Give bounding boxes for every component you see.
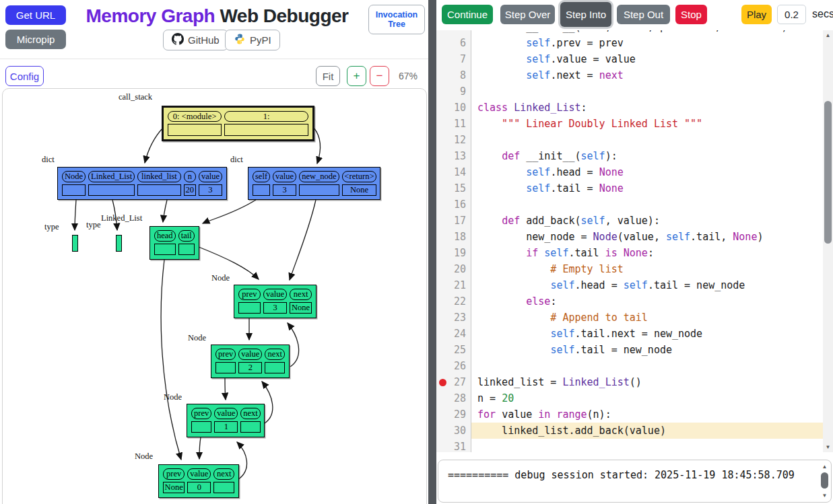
- title-accent: Memory Graph: [86, 5, 215, 26]
- gutter-cell[interactable]: 21: [436, 277, 471, 293]
- gutter-cell[interactable]: 25: [436, 342, 471, 358]
- gutter-cell[interactable]: 6: [436, 35, 471, 51]
- module-dict-node-col-1: Linked_List: [88, 171, 135, 196]
- pypi-link-button[interactable]: PyPI: [225, 30, 280, 50]
- stop-button[interactable]: Stop: [675, 5, 707, 24]
- gutter-cell[interactable]: 20: [436, 261, 471, 277]
- log-scroll-down-arrow[interactable]: ▼: [820, 491, 830, 501]
- gutter-cell[interactable]: 29: [436, 406, 471, 423]
- step-into-button[interactable]: Step Into: [560, 2, 611, 27]
- memory-graph-web-debugger: Get URL Micropip Memory Graph Web Debugg…: [0, 0, 833, 504]
- gutter-cell[interactable]: 13: [436, 148, 471, 164]
- code-line-8: 8 self.next = next: [436, 67, 823, 83]
- gutter-cell[interactable]: 26: [436, 358, 471, 374]
- node-object-0-col-1: value0: [187, 468, 211, 494]
- gutter-cell[interactable]: 12: [436, 132, 471, 148]
- breakpoint-dot[interactable]: [439, 379, 446, 386]
- gutter-cell[interactable]: 11: [436, 116, 471, 132]
- gutter-cell[interactable]: 10: [436, 100, 471, 116]
- gutter-cell[interactable]: 23: [436, 310, 471, 326]
- code-line-21: 21 self.head = self.tail = new_node: [436, 277, 823, 293]
- gutter-cell[interactable]: 30: [436, 423, 471, 439]
- play-button[interactable]: Play: [741, 5, 772, 24]
- module-dict-node-col-3: n20: [184, 171, 196, 196]
- github-link-button[interactable]: GitHub: [163, 30, 228, 50]
- github-label: GitHub: [188, 34, 220, 46]
- scroll-up-arrow[interactable]: ▲: [823, 30, 833, 40]
- code-text: def __init__(self):: [471, 148, 823, 164]
- log-scroll-thumb[interactable]: [821, 472, 828, 489]
- key-pill: next: [290, 289, 312, 300]
- node-object-2: prev value2next: [211, 345, 290, 378]
- get-url-button[interactable]: Get URL: [5, 5, 66, 25]
- code-scrollbar[interactable]: ▲ ▼: [823, 30, 833, 452]
- code-text: self.next = next: [471, 67, 823, 83]
- gutter-cell[interactable]: 31: [436, 439, 471, 452]
- step-out-button[interactable]: Step Out: [617, 5, 670, 24]
- micropip-button[interactable]: Micropip: [5, 30, 66, 49]
- key-pill: value: [263, 289, 287, 300]
- key-pill: self: [253, 171, 270, 182]
- gutter-cell[interactable]: 7: [436, 51, 471, 67]
- gutter-cell[interactable]: 8: [436, 67, 471, 83]
- key-pill: Linked_List: [88, 171, 135, 182]
- gutter-cell[interactable]: 27: [436, 374, 471, 390]
- delay-seconds-input[interactable]: [777, 5, 806, 24]
- scroll-down-arrow[interactable]: ▼: [823, 442, 833, 452]
- gutter-cell[interactable]: 14: [436, 164, 471, 180]
- code-scroll-thumb[interactable]: [824, 101, 832, 244]
- key-pill: tail: [178, 230, 195, 242]
- gutter-cell[interactable]: 18: [436, 229, 471, 245]
- zoom-in-button[interactable]: +: [347, 66, 366, 86]
- code-text: for value in range(n):: [471, 406, 823, 423]
- gutter-cell[interactable]: 16: [436, 196, 471, 213]
- value-cell: 3: [273, 184, 296, 196]
- log-scroll-up-arrow[interactable]: ▲: [820, 462, 830, 472]
- node-object-1-col-2: next: [240, 408, 261, 433]
- code-editor[interactable]: 5 def __init__(self, value, prev=None, n…: [436, 30, 833, 452]
- code-line-29: 29for value in range(n):: [436, 406, 823, 423]
- value-cell: None: [290, 302, 312, 314]
- value-cell: 3: [199, 184, 222, 196]
- log-scrollbar[interactable]: ▲ ▼: [820, 462, 830, 501]
- app-header: Get URL Micropip Memory Graph Web Debugg…: [0, 0, 429, 59]
- gutter-cell[interactable]: 24: [436, 326, 471, 342]
- step-over-button[interactable]: Step Over: [500, 5, 555, 24]
- code-text: self.prev = prev: [471, 35, 823, 51]
- zoom-out-button[interactable]: −: [370, 66, 389, 86]
- frame-dict-node-col-3: <return>None: [342, 171, 377, 196]
- gutter-cell[interactable]: 22: [436, 293, 471, 310]
- value-cell: [88, 184, 135, 196]
- key-pill: 0: <module>: [168, 111, 222, 122]
- node-object-0-col-2: next: [213, 468, 234, 494]
- config-button[interactable]: Config: [5, 66, 44, 86]
- node-object-3-col-0: prev: [238, 289, 261, 314]
- type-object-1-label: type: [86, 220, 101, 230]
- gutter-cell[interactable]: 15: [436, 180, 471, 196]
- code-line-5: 5 def __init__(self, value, prev=None, n…: [436, 30, 823, 35]
- continue-button[interactable]: Continue: [442, 5, 493, 24]
- key-pill: prev: [238, 289, 261, 300]
- panel-resize-divider[interactable]: [428, 0, 436, 504]
- code-text: if self.tail is None:: [471, 245, 823, 261]
- code-line-6: 6 self.prev = prev: [436, 35, 823, 51]
- code-line-20: 20 # Empty list: [436, 261, 823, 277]
- gutter-cell[interactable]: 5: [436, 30, 471, 35]
- key-pill: n: [184, 171, 196, 182]
- node-object-3-col-1: value3: [263, 289, 287, 314]
- gutter-cell[interactable]: 19: [436, 245, 471, 261]
- graph-toolbar: Config Fit + − 67%: [0, 60, 429, 88]
- code-text: # Empty list: [471, 261, 823, 277]
- graph-canvas[interactable]: [2, 88, 427, 504]
- invocation-tree-button[interactable]: Invocation Tree: [368, 5, 425, 34]
- code-text: self.value = value: [471, 51, 823, 67]
- gutter-cell[interactable]: 17: [436, 213, 471, 229]
- node-object-0: prevNonevalue0next: [158, 464, 239, 498]
- gutter-cell[interactable]: 9: [436, 83, 471, 100]
- gutter-cell[interactable]: 28: [436, 390, 471, 406]
- fit-button[interactable]: Fit: [316, 66, 340, 86]
- linked-list-node-label: Linked_List: [101, 213, 142, 223]
- value-cell: 2: [238, 362, 262, 373]
- key-pill: 1: Linked_List.add_back: [224, 111, 308, 122]
- value-cell: [238, 302, 261, 314]
